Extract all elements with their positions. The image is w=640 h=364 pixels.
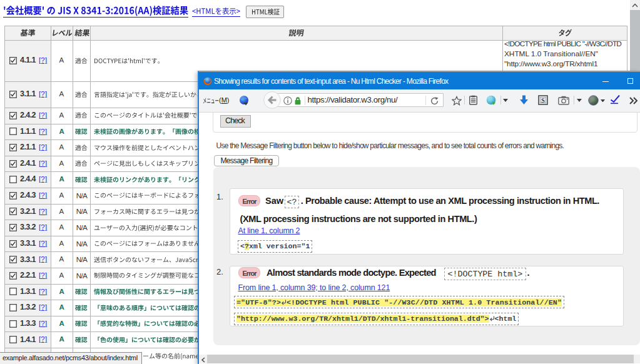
- svg-text:S: S: [541, 97, 545, 104]
